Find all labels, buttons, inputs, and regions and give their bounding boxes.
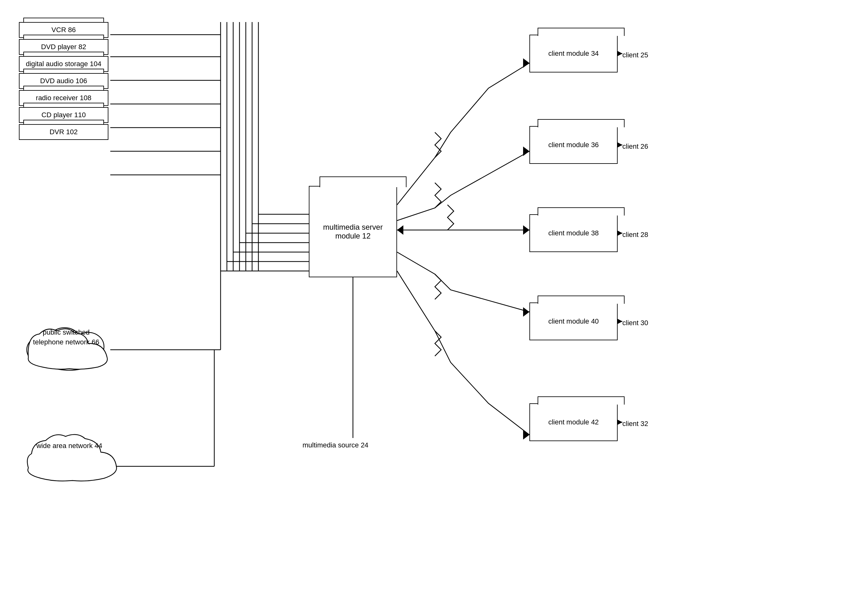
svg-marker-31 <box>523 307 530 317</box>
client-module-42-box: client module 42 <box>530 403 618 441</box>
wan-cloud: wide area network 44 <box>19 416 126 489</box>
svg-marker-29 <box>523 225 530 235</box>
svg-marker-32 <box>523 430 530 440</box>
vcr-label: VCR 86 <box>51 26 76 34</box>
svg-marker-50 <box>618 319 622 324</box>
dvr-item: DVR 102 <box>19 124 109 140</box>
cm42-label: client module 42 <box>548 418 599 426</box>
svg-marker-48 <box>618 231 622 236</box>
multimedia-server-box: multimedia server module 12 <box>309 186 397 277</box>
client-module-40-box: client module 40 <box>530 302 618 340</box>
dvr-label: DVR 102 <box>50 128 78 136</box>
wan-label: wide area network 44 <box>28 441 110 451</box>
diagram: VCR 86 DVD player 82 digital audio stora… <box>0 0 842 616</box>
radio-label: radio receiver 108 <box>36 94 91 102</box>
cm36-label: client module 36 <box>548 141 599 149</box>
client-25-label: client 25 <box>622 51 648 59</box>
client-32-label: client 32 <box>622 420 648 428</box>
client-30-label: client 30 <box>622 319 648 327</box>
svg-marker-27 <box>523 147 530 156</box>
client-module-38-box: client module 38 <box>530 214 618 252</box>
dvd-player-label: DVD player 82 <box>41 43 86 51</box>
cd-player-label: CD player 110 <box>42 111 86 119</box>
svg-marker-26 <box>523 58 530 68</box>
cm38-label: client module 38 <box>548 229 599 237</box>
dvd-audio-label: DVD audio 106 <box>40 77 87 85</box>
client-26-label: client 26 <box>622 142 648 151</box>
arrows-svg <box>0 0 842 616</box>
client-module-34-box: client module 34 <box>530 35 618 72</box>
cm40-label: client module 40 <box>548 317 599 326</box>
svg-marker-46 <box>618 142 622 147</box>
client-module-36-box: client module 36 <box>530 126 618 164</box>
pstn-label: public switched telephone network 66 <box>28 328 104 347</box>
wan-cloud-svg <box>19 416 126 488</box>
server-label: multimedia server module 12 <box>323 223 383 241</box>
pstn-cloud: public switched telephone network 66 <box>19 309 120 379</box>
multimedia-source-label: multimedia source 24 <box>302 441 368 449</box>
dvr-box: DVR 102 <box>19 124 109 140</box>
svg-marker-52 <box>618 420 622 425</box>
device-stack: VCR 86 DVD player 82 digital audio stora… <box>19 13 109 141</box>
client-28-label: client 28 <box>622 231 648 239</box>
svg-marker-30 <box>397 225 403 235</box>
digital-audio-label: digital audio storage 104 <box>26 60 101 68</box>
cm34-label: client module 34 <box>548 50 599 58</box>
